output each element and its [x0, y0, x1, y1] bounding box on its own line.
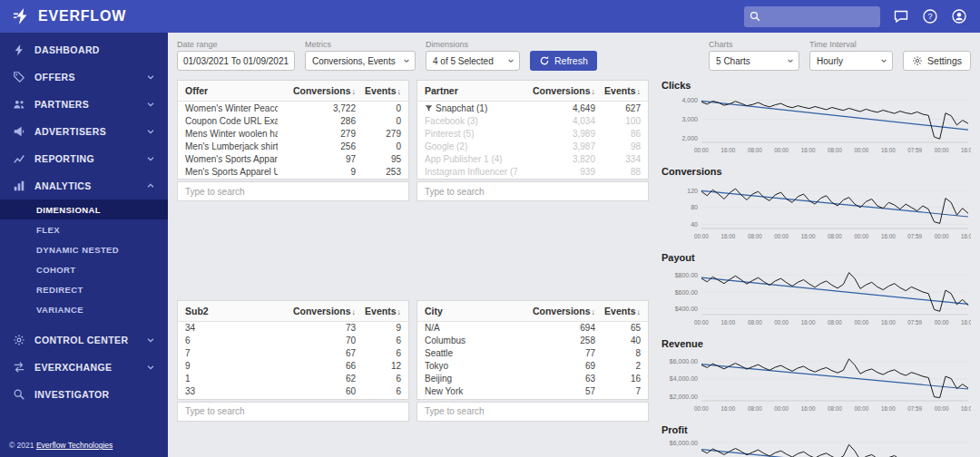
chevron-down-icon	[787, 57, 794, 64]
sidebar-item-redirect[interactable]: REDIRECT	[0, 279, 168, 299]
svg-text:16:00: 16:00	[721, 319, 736, 326]
table-row[interactable]: 1626	[178, 373, 408, 385]
svg-text:120: 120	[687, 188, 698, 194]
column-header-conversions[interactable]: Conversions↓	[278, 85, 356, 96]
settings-button[interactable]: Settings	[903, 51, 971, 71]
table-row[interactable]: 6706	[178, 335, 408, 347]
svg-text:$800.00: $800.00	[675, 272, 698, 278]
svg-text:$400.00: $400.00	[675, 306, 698, 312]
chevron-down-icon	[146, 73, 155, 82]
sidebar-item-reporting[interactable]: REPORTING	[0, 145, 168, 172]
charts-select[interactable]: 5 Charts	[709, 51, 799, 71]
table-row[interactable]: Men's Sports Apparel USA (3)9253	[178, 165, 408, 178]
svg-text:08:00: 08:00	[828, 147, 842, 153]
chevron-down-icon	[880, 57, 887, 64]
time-interval-select[interactable]: Hourly	[809, 51, 893, 71]
column-header-events[interactable]: Events↓	[595, 306, 648, 316]
sidebar-item-flex[interactable]: FLEX	[0, 219, 168, 239]
sidebar-item-dynamic-nested[interactable]: DYNAMIC NESTED	[0, 239, 168, 259]
sidebar-item-advertisers[interactable]: ADVERTISERS	[0, 118, 168, 145]
sidebar-item-cohort[interactable]: COHORT	[0, 259, 168, 279]
column-header-conversions[interactable]: Conversions↓	[278, 306, 356, 316]
svg-text:3,000: 3,000	[681, 116, 698, 122]
table-row[interactable]: New York577	[417, 385, 648, 398]
help-icon[interactable]: ?	[922, 8, 938, 24]
everflow-technologies-link[interactable]: Everflow Technologies	[36, 441, 113, 450]
dimensions-select[interactable]: 4 of 5 Selected	[426, 51, 520, 71]
column-header-conversions[interactable]: Conversions↓	[517, 85, 595, 96]
charts-value: 5 Charts	[716, 56, 750, 66]
column-header-events[interactable]: Events↓	[356, 306, 408, 316]
table-row[interactable]: Men's Lumberjack shirt 2019 (4)2560	[178, 140, 408, 152]
sidebar-item-control-center[interactable]: CONTROL CENTER	[0, 326, 168, 354]
table-row[interactable]: Women's Sports Apparel - USA...9795	[178, 152, 408, 165]
table-row[interactable]: N/A69465	[417, 322, 648, 335]
svg-text:$6,000.00: $6,000.00	[670, 440, 698, 446]
sidebar-item-offers[interactable]: OFFERS	[0, 63, 168, 91]
svg-text:00:00: 00:00	[935, 147, 949, 153]
svg-text:16:00: 16:00	[721, 147, 736, 153]
svg-text:4,000: 4,000	[681, 97, 698, 103]
table-row[interactable]: Mens Winter woolen hat - Blac...279279	[178, 127, 408, 140]
column-header-sub2[interactable]: Sub2	[178, 306, 278, 316]
sidebar-item-partners[interactable]: PARTNERS	[0, 91, 168, 118]
chart-plot: $6,000.00$4,000.0000:0016:0008:0000:0016…	[662, 437, 971, 457]
svg-text:07:59: 07:59	[907, 233, 922, 239]
table-row[interactable]: Seattle778	[417, 347, 648, 360]
table-row[interactable]: Tokyo692	[417, 360, 648, 373]
table-row[interactable]: App Publisher 1 (4)3,820334	[417, 152, 648, 165]
table-row[interactable]: Pinterest (5)3,98986	[417, 127, 648, 140]
sidebar-item-analytics[interactable]: ANALYTICS	[0, 172, 168, 199]
table-row[interactable]: Beijing6316	[417, 373, 648, 385]
table-row[interactable]: Columbus25840	[417, 335, 648, 347]
table-row[interactable]: 33606	[178, 385, 408, 398]
sidebar-item-dashboard[interactable]: DASHBOARD	[0, 36, 168, 63]
chart-plot: $6,000.00$4,000.00$2,000.0000:0016:0008:…	[662, 351, 971, 414]
everflow-logo[interactable]: EVERFLOW	[0, 7, 168, 25]
sidebar-item-variance[interactable]: VARIANCE	[0, 299, 168, 319]
refresh-label: Refresh	[554, 55, 588, 66]
date-range-input[interactable]	[177, 51, 295, 71]
column-header-partner[interactable]: Partner	[417, 85, 517, 96]
table-row[interactable]: Instagram Influencer (7)93988	[417, 165, 648, 178]
svg-text:16:00: 16:00	[961, 319, 971, 326]
refresh-button[interactable]: Refresh	[530, 51, 597, 71]
search-input[interactable]	[765, 10, 875, 23]
svg-text:16:00: 16:00	[801, 147, 816, 153]
table-search-input[interactable]	[178, 187, 408, 197]
chart-payout: Payout$800.00$600.00$400.0000:0016:0008:…	[662, 252, 971, 328]
table-search-input[interactable]	[417, 406, 648, 416]
table-row[interactable]: Coupon Code URL Example to ...2860	[178, 114, 408, 127]
sidebar-item-investigator[interactable]: INVESTIGATOR	[0, 381, 168, 408]
chart-title: Clicks	[662, 80, 971, 92]
column-header-offer[interactable]: Offer	[178, 85, 278, 96]
svg-text:08:00: 08:00	[748, 319, 762, 326]
column-header-city[interactable]: City	[417, 306, 517, 316]
table-row[interactable]: Women's Winter Peacoat 2020 (1)3,7220	[178, 102, 408, 114]
column-header-events[interactable]: Events↓	[595, 85, 648, 96]
table-row[interactable]: 34739	[178, 322, 408, 335]
chat-icon[interactable]	[893, 8, 909, 24]
metrics-select[interactable]: Conversions, Events	[305, 51, 416, 71]
column-header-conversions[interactable]: Conversions↓	[517, 306, 595, 316]
global-search	[744, 6, 880, 27]
user-profile-icon[interactable]	[951, 8, 967, 24]
svg-text:16:00: 16:00	[721, 405, 736, 412]
everflow-bolt-icon	[13, 7, 31, 25]
table-row[interactable]: Snapchat (1)4,649627	[417, 102, 648, 114]
table-row[interactable]: Google (2)3,98798	[417, 140, 648, 152]
chart-title: Conversions	[662, 166, 971, 178]
sort-desc-icon: ↓	[637, 87, 642, 96]
svg-text:00:00: 00:00	[855, 147, 869, 153]
svg-text:16:00: 16:00	[881, 319, 896, 326]
table-search-input[interactable]	[417, 187, 648, 197]
table-row[interactable]: 7676	[178, 347, 408, 360]
table-row[interactable]: Facebook (3)4,034100	[417, 114, 648, 127]
table-row[interactable]: 96612	[178, 360, 408, 373]
svg-text:00:00: 00:00	[694, 405, 709, 412]
svg-text:00:00: 00:00	[774, 405, 789, 412]
sidebar-item-everxchange[interactable]: EVERXCHANGE	[0, 354, 168, 381]
table-search-input[interactable]	[178, 406, 408, 416]
column-header-events[interactable]: Events↓	[356, 85, 408, 96]
sidebar-item-dimensional[interactable]: DIMENSIONAL	[0, 199, 168, 219]
